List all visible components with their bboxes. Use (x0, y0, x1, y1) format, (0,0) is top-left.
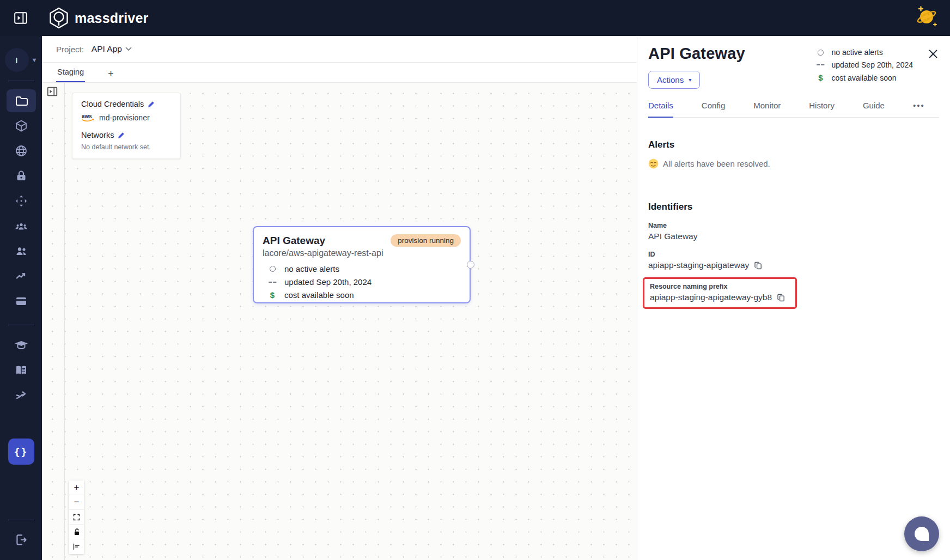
fit-view-button[interactable] (69, 510, 84, 525)
close-panel-button[interactable] (927, 48, 939, 60)
divider (8, 520, 34, 520)
brand-name: massdriver (75, 10, 148, 26)
avatar: I (5, 48, 29, 72)
tab-history[interactable]: History (809, 101, 835, 117)
sidebar-item-users[interactable] (7, 239, 36, 264)
divider (8, 325, 34, 325)
align-button[interactable] (69, 539, 84, 554)
project-label: Project: (56, 45, 84, 54)
edit-credentials-button[interactable] (148, 101, 155, 108)
sidebar-item-billing[interactable] (7, 289, 36, 314)
lock-interactivity-button[interactable] (69, 525, 84, 539)
sidebar-item-organization[interactable] (7, 214, 36, 239)
node-api-gateway[interactable]: API Gateway provision running lacore/aws… (253, 226, 471, 303)
add-environment-button[interactable]: + (108, 69, 114, 78)
canvas-column: Project: API App Staging + (42, 36, 637, 560)
changelog-icon (15, 389, 28, 402)
project-selector[interactable]: API App (92, 44, 132, 54)
alerts-message: All alerts have been resolved. (648, 159, 939, 169)
sidebar-item-secrets[interactable] (7, 163, 36, 188)
org-icon (14, 220, 28, 233)
identifiers-heading: Identifiers (648, 202, 939, 212)
field-resource-naming-prefix: Resource naming prefix apiapp-staging-ap… (643, 277, 797, 309)
svg-text:aws: aws (82, 113, 92, 119)
node-bundle: lacore/aws-apigateway-rest-api (263, 248, 461, 258)
zoom-out-button[interactable]: − (69, 495, 84, 510)
lock-icon (15, 169, 28, 182)
planet-icon[interactable] (914, 5, 938, 31)
move-icon (15, 194, 28, 208)
panel-expand-icon (46, 86, 58, 98)
globe-icon (15, 144, 28, 157)
relieved-emoji-icon (648, 159, 659, 169)
expand-drawer-button[interactable] (46, 85, 59, 98)
chat-launcher-button[interactable] (904, 516, 939, 551)
fit-view-icon (72, 513, 81, 521)
logout-icon (14, 533, 28, 547)
chevron-down-icon: ▾ (689, 77, 691, 83)
tab-details[interactable]: Details (648, 101, 673, 118)
sidebar-item-changelog[interactable] (7, 383, 36, 408)
pencil-icon (148, 101, 155, 108)
copy-prefix-button[interactable] (777, 293, 785, 302)
dollar-icon: $ (267, 290, 278, 300)
align-icon (72, 543, 81, 551)
sidebar-item-metrics[interactable] (7, 264, 36, 289)
divider (8, 81, 34, 81)
field-id: ID apiapp-staging-apigateway (648, 251, 939, 270)
tab-overflow-button[interactable]: ••• (913, 101, 925, 117)
tab-staging[interactable]: Staging (56, 68, 85, 82)
panel-status-alerts: no active alerts (816, 48, 913, 57)
chat-bubble-icon (915, 527, 929, 541)
sidebar-item-learn[interactable] (7, 333, 36, 358)
sidebar-item-networks[interactable] (7, 138, 36, 163)
tab-guide[interactable]: Guide (863, 101, 885, 117)
panel-tabs: Details Config Monitor History Guide ••• (648, 101, 939, 118)
alert-ring-icon (816, 50, 826, 56)
canvas-zoom-controls: + − (69, 480, 84, 554)
account-menu[interactable]: I ▼ (5, 48, 38, 72)
chevron-down-icon: ▼ (32, 57, 38, 63)
actions-button[interactable]: Actions ▾ (648, 71, 700, 89)
zoom-in-button[interactable]: + (69, 480, 84, 495)
dashes-icon (816, 63, 826, 66)
dashes-icon (267, 281, 278, 284)
node-status-cost: $ cost available soon (263, 290, 461, 300)
folder-icon (15, 94, 28, 107)
node-connection-handle[interactable] (467, 261, 474, 269)
copy-icon (777, 293, 785, 302)
code-braces-icon: {} (14, 446, 28, 458)
copy-id-button[interactable] (754, 261, 763, 270)
chevron-down-icon (125, 47, 132, 51)
copy-icon (754, 261, 763, 270)
lock-icon (73, 528, 81, 536)
edit-networks-button[interactable] (118, 132, 125, 139)
networks-label: Networks (81, 131, 114, 139)
billing-icon (15, 295, 28, 308)
docs-icon (15, 364, 28, 377)
logout-button[interactable] (7, 527, 36, 552)
metrics-icon (15, 270, 28, 283)
sidebar-item-projects[interactable] (7, 89, 36, 112)
app-window: massdriver I ▼ (0, 0, 950, 560)
users-icon (15, 245, 28, 258)
tab-config[interactable]: Config (702, 101, 725, 117)
close-icon (927, 48, 939, 60)
massdriver-hexagon-icon (48, 7, 70, 29)
sidebar-item-deployments[interactable] (7, 188, 36, 214)
canvas-viewport[interactable]: Cloud Credentials aws m (42, 83, 637, 560)
sidebar-item-docs[interactable] (7, 358, 36, 383)
project-header: Project: API App (42, 36, 637, 63)
alerts-heading: Alerts (648, 139, 939, 150)
code-braces-button[interactable]: {} (8, 439, 34, 465)
sidebar-toggle-button[interactable] (12, 9, 29, 27)
networks-value: No default network set. (81, 143, 172, 151)
environment-tabs: Staging + (42, 63, 637, 83)
environment-defaults-card: Cloud Credentials aws m (72, 93, 181, 159)
massdriver-logo[interactable]: massdriver (48, 7, 148, 29)
tab-monitor[interactable]: Monitor (753, 101, 781, 117)
sidebar-item-bundles[interactable] (7, 113, 36, 138)
dollar-icon: $ (816, 73, 826, 82)
panel-status-list: no active alerts updated Sep 20th, 2024 … (816, 48, 913, 82)
learn-icon (14, 339, 28, 352)
